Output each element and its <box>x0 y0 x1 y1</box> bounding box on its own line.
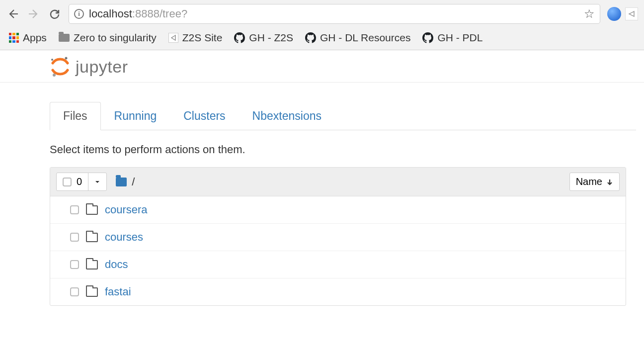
file-name-link[interactable]: fastai <box>105 285 131 298</box>
chevron-down-icon <box>94 179 100 185</box>
bookmark-label: Zero to singularity <box>74 32 157 44</box>
folder-icon <box>86 287 98 297</box>
triangle-extension-icon[interactable] <box>625 7 638 20</box>
tab-label: Nbextensions <box>252 109 322 122</box>
jupyter-logo[interactable]: jupyter <box>50 56 644 77</box>
bookmark-label: GH - PDL <box>437 32 483 44</box>
checkbox-icon <box>63 178 72 186</box>
tab-files[interactable]: Files <box>50 102 101 130</box>
tab-nbextensions[interactable]: Nbextensions <box>239 102 335 130</box>
file-row: docs <box>50 251 626 278</box>
jupyter-page: jupyter Files Running Clusters Nbextensi… <box>0 50 644 306</box>
bookmark-zero-to-singularity[interactable]: Zero to singularity <box>59 32 157 44</box>
file-name-link[interactable]: coursera <box>105 203 148 216</box>
forward-button <box>27 7 41 21</box>
select-dropdown[interactable] <box>88 173 106 190</box>
folder-icon <box>86 260 98 270</box>
svg-point-0 <box>65 57 68 60</box>
apps-icon <box>9 33 19 43</box>
tab-clusters[interactable]: Clusters <box>170 102 239 130</box>
bookmark-apps[interactable]: Apps <box>9 32 47 44</box>
row-checkbox[interactable] <box>70 260 79 269</box>
select-all-group: 0 <box>56 173 107 191</box>
row-checkbox[interactable] <box>70 287 79 296</box>
jupyter-header: jupyter <box>0 50 644 83</box>
bookmark-star-icon[interactable]: ☆ <box>584 7 595 21</box>
bookmark-label: Z2S Site <box>182 32 223 44</box>
file-panel: 0 / Name coursera <box>50 167 626 306</box>
file-row: fastai <box>50 278 626 305</box>
svg-point-1 <box>53 74 56 77</box>
globe-extension-icon[interactable] <box>607 7 621 21</box>
tab-label: Clusters <box>183 109 225 122</box>
bookmark-label: GH - Z2S <box>249 32 293 44</box>
jupyter-logo-icon <box>50 56 71 77</box>
tabs: Files Running Clusters Nbextensions <box>50 101 636 130</box>
jupyter-logo-text: jupyter <box>76 57 128 77</box>
bookmarks-bar: Apps Zero to singularity Z2S Site GH - Z… <box>0 28 644 50</box>
breadcrumb[interactable]: / <box>116 176 135 188</box>
row-checkbox[interactable] <box>70 205 79 214</box>
bookmark-label: Apps <box>23 32 47 44</box>
browser-chrome: i localhost:8888/tree? ☆ Apps Zero to si… <box>0 0 644 50</box>
select-all-checkbox[interactable]: 0 <box>57 173 88 190</box>
file-row: courses <box>50 224 626 251</box>
arrow-down-icon <box>606 179 613 185</box>
sort-button[interactable]: Name <box>569 173 620 191</box>
bookmark-gh-z2s[interactable]: GH - Z2S <box>234 32 293 44</box>
extension-icons <box>607 7 638 21</box>
svg-point-2 <box>51 59 53 61</box>
breadcrumb-root: / <box>132 176 135 188</box>
url-bar[interactable]: i localhost:8888/tree? ☆ <box>69 4 600 24</box>
file-row: coursera <box>50 196 626 224</box>
instructions-text: Select items to perform actions on them. <box>50 130 636 167</box>
file-name-link[interactable]: courses <box>105 231 143 244</box>
content: Files Running Clusters Nbextensions Sele… <box>0 101 636 306</box>
sort-label: Name <box>576 176 602 187</box>
back-button[interactable] <box>6 7 20 21</box>
github-icon <box>422 32 433 43</box>
reload-button[interactable] <box>48 7 62 21</box>
nav-row: i localhost:8888/tree? ☆ <box>0 0 644 28</box>
tab-label: Running <box>114 109 157 122</box>
folder-icon <box>86 205 98 215</box>
github-icon <box>234 32 245 43</box>
bookmark-label: GH - DL Resources <box>320 32 410 44</box>
github-icon <box>305 32 316 43</box>
folder-icon <box>59 34 70 42</box>
selected-count: 0 <box>77 176 82 187</box>
bookmark-z2s-site[interactable]: Z2S Site <box>168 32 223 44</box>
bookmark-gh-pdl[interactable]: GH - PDL <box>422 32 483 44</box>
folder-icon <box>86 233 98 242</box>
row-checkbox[interactable] <box>70 233 79 242</box>
tab-label: Files <box>63 109 87 122</box>
panel-header: 0 / Name <box>50 168 626 196</box>
tab-running[interactable]: Running <box>101 102 170 130</box>
triangle-icon <box>168 33 178 43</box>
folder-icon <box>116 178 127 186</box>
file-name-link[interactable]: docs <box>105 258 128 271</box>
site-info-icon[interactable]: i <box>74 9 84 19</box>
url-text: localhost:8888/tree? <box>89 7 187 20</box>
bookmark-gh-dl-resources[interactable]: GH - DL Resources <box>305 32 410 44</box>
